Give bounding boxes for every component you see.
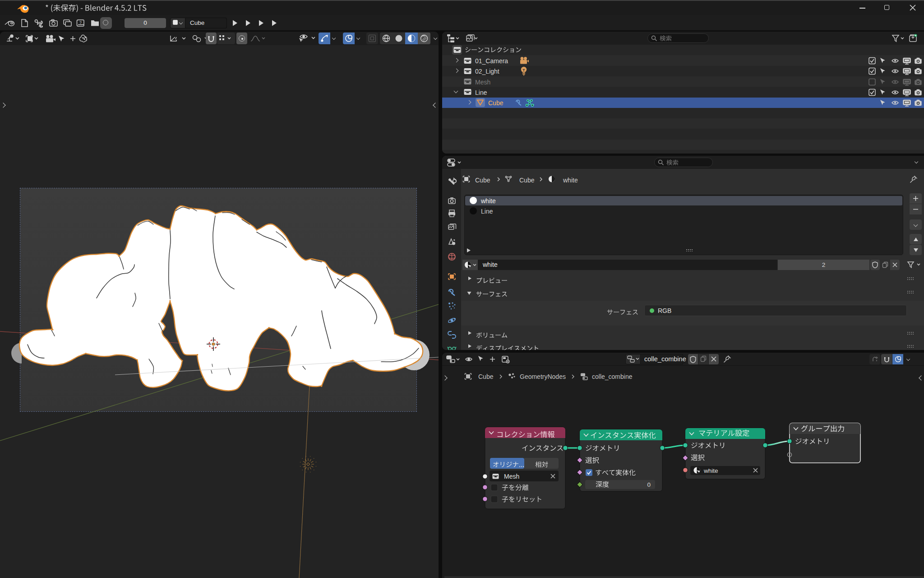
svg-text:?: ? — [79, 20, 82, 25]
svg-text:0: 0 — [647, 481, 651, 488]
svg-text:Mesh: Mesh — [504, 473, 519, 480]
svg-text:white: white — [703, 467, 718, 474]
